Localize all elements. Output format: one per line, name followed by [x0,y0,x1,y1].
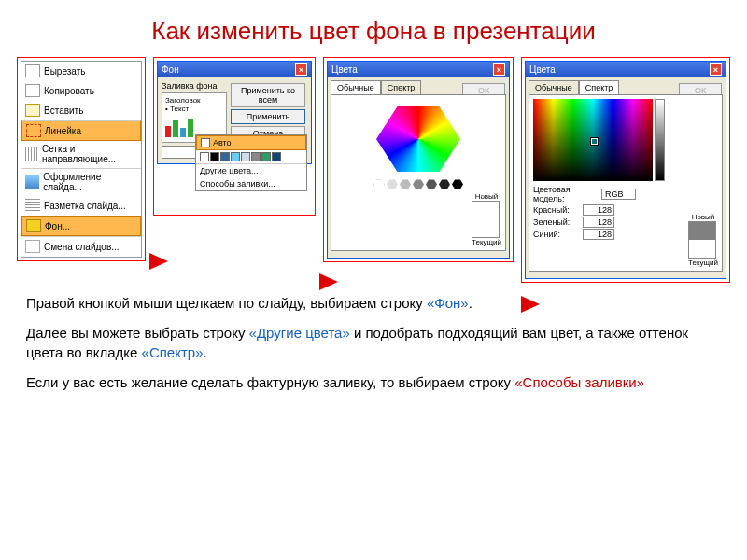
colors-spec-dialog: Цвета× Обычные Спектр ОК Отмена [525,61,726,279]
layout-icon [25,199,40,212]
instruction-3: Если у вас есть желание сделать фактурну… [0,362,747,392]
color-preview [688,221,716,259]
apply-all-button[interactable]: Применить ко всем [231,83,305,107]
dd-auto[interactable]: Авто [196,135,306,150]
menu-layout[interactable]: Разметка слайда... [21,196,141,216]
paste-icon [25,104,40,117]
tab-standard[interactable]: Обычные [331,80,381,94]
hex-color-picker[interactable] [376,103,460,175]
copy-icon [25,84,40,97]
value-slider[interactable] [655,99,665,181]
apply-button[interactable]: Применить [231,109,305,124]
arrow-icon [521,296,540,313]
green-input[interactable] [583,217,614,228]
menu-grid[interactable]: Сетка и направляющие... [21,141,141,168]
red-input[interactable] [583,204,614,216]
page-title: Как изменить цвет фона в презентации [0,0,747,57]
close-icon[interactable]: × [493,63,505,76]
spectrum-picker[interactable] [533,99,653,181]
dd-swatches[interactable] [196,150,306,163]
tab-spectrum[interactable]: Спектр [579,80,620,94]
panel-fon-dialog: Фон × Заливка фона Заголовок • Текст ▾ [153,57,316,216]
panel-context-menu: Вырезать Копировать Вставить Линейка Сет… [17,57,146,261]
design-icon [25,175,39,189]
dd-other-colors[interactable]: Другие цвета... [196,163,306,177]
tab-spectrum[interactable]: Спектр [381,80,422,94]
blue-input[interactable] [583,229,614,240]
menu-background[interactable]: Фон... [21,216,141,236]
model-label: Цветовая модель: [533,185,599,203]
model-select[interactable]: RGB [601,189,636,200]
menu-ruler[interactable]: Линейка [21,120,141,141]
menu-transition[interactable]: Смена слайдов... [21,236,141,257]
tab-standard[interactable]: Обычные [529,80,579,94]
picker-cursor-icon [591,138,598,145]
dd-fill-methods[interactable]: Способы заливки... [196,177,306,190]
ruler-icon [26,124,41,137]
grid-icon [25,147,38,161]
close-icon[interactable]: × [710,63,722,76]
color-dropdown-popup: Авто Другие цвета... Способы заливки... [195,134,307,191]
context-menu: Вырезать Копировать Вставить Линейка Сет… [21,61,142,258]
instruction-1: Правой кнопкой мыши щелкаем по слайду, в… [0,283,747,313]
fon-titlebar: Фон × [158,62,311,77]
transition-icon [25,240,40,253]
color-preview [472,201,500,238]
arrow-icon [319,273,338,290]
panel-colors-std: Цвета× Обычные Спектр ОК Отмена [323,57,514,262]
close-icon[interactable]: × [295,63,307,76]
fon-group-label: Заливка фона [162,81,227,91]
instruction-2: Далее вы можете выбрать строку «Другие ц… [0,313,747,362]
panel-colors-spec: Цвета× Обычные Спектр ОК Отмена [521,57,730,283]
arrow-icon [149,253,168,270]
menu-paste[interactable]: Вставить [21,101,141,120]
scissors-icon [25,64,40,77]
background-icon [26,219,41,232]
menu-design[interactable]: Оформление слайда... [21,168,141,196]
menu-cut[interactable]: Вырезать [21,62,141,81]
grayscale-row[interactable] [335,179,501,189]
colors-std-dialog: Цвета× Обычные Спектр ОК Отмена [327,61,510,259]
menu-copy[interactable]: Копировать [21,81,141,101]
